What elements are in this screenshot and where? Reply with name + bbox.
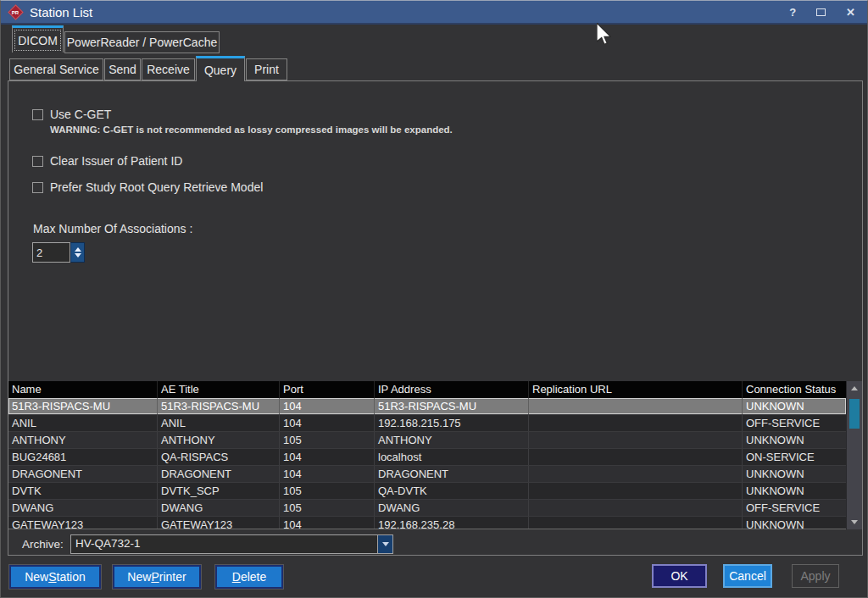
tab-general-service[interactable]: General Service — [9, 58, 103, 80]
cell-replication-url — [529, 500, 743, 516]
cell-port: 105 — [280, 500, 375, 516]
cell-connection-status: ON-SERVICE — [743, 449, 846, 465]
table-row[interactable]: ANTHONY ANTHONY 105 ANTHONY UNKNOWN — [8, 432, 846, 449]
tab-receive-label: Receive — [147, 63, 190, 76]
use-cget-row[interactable]: Use C-GET — [32, 108, 111, 121]
max-associations-input[interactable] — [32, 242, 70, 263]
new-printer-label-mnemonic: P — [151, 570, 159, 584]
delete-label-post: elete — [241, 570, 266, 584]
ok-button[interactable]: OK — [652, 564, 707, 588]
cell-ae-title: 51R3-RISPACS-MU — [158, 398, 280, 414]
cell-name: 51R3-RISPACS-MU — [8, 398, 158, 414]
spinner-down-icon[interactable] — [75, 253, 81, 257]
cell-connection-status: UNKNOWN — [743, 483, 846, 499]
cell-port: 104 — [280, 449, 375, 465]
cell-ae-title: DVTK_SCP — [158, 483, 280, 499]
table-header: Name AE Title Port IP Address Replicatio… — [8, 381, 846, 398]
cell-ae-title: QA-RISPACS — [158, 449, 280, 465]
app-icon-label: PR — [12, 9, 19, 14]
maximize-icon[interactable] — [816, 8, 826, 16]
new-station-label-pre: New — [25, 570, 48, 584]
cell-name: DWANG — [8, 500, 158, 516]
cell-connection-status: UNKNOWN — [743, 517, 846, 529]
scroll-up-icon — [851, 386, 858, 390]
cancel-button[interactable]: Cancel — [723, 564, 772, 588]
cell-ip-address: 51R3-RISPACS-MU — [375, 398, 529, 414]
app-icon: PR — [8, 4, 23, 19]
scroll-down-icon — [851, 520, 858, 524]
column-header-connection-status[interactable]: Connection Status — [743, 381, 846, 398]
table-row[interactable]: ANIL ANIL 104 192.168.215.175 OFF-SERVIC… — [8, 415, 846, 432]
scrollbar-up-button[interactable] — [847, 381, 862, 396]
apply-button[interactable]: Apply — [792, 564, 839, 588]
column-header-name[interactable]: Name — [8, 381, 158, 398]
spinner-up-icon[interactable] — [75, 247, 81, 252]
cell-replication-url — [529, 415, 743, 431]
cell-replication-url — [529, 517, 743, 529]
cell-ae-title: DRAGONENT — [158, 466, 280, 482]
tab-send-label: Send — [108, 63, 136, 76]
archive-dropdown[interactable]: HV-QA732-1 — [70, 534, 393, 554]
new-station-button[interactable]: New Station — [9, 565, 101, 589]
max-associations-spinner[interactable] — [32, 242, 85, 263]
new-station-label-post: tation — [57, 570, 86, 584]
archive-label: Archive: — [22, 538, 64, 551]
tab-print[interactable]: Print — [246, 58, 287, 80]
spinner-buttons[interactable] — [70, 242, 85, 263]
cell-ip-address: ANTHONY — [375, 432, 529, 448]
table-row[interactable]: DVTK DVTK_SCP 105 QA-DVTK UNKNOWN — [8, 483, 846, 500]
table-row[interactable]: DRAGONENT DRAGONENT 104 DRAGONENT UNKNOW… — [8, 466, 846, 483]
cell-connection-status: OFF-SERVICE — [743, 500, 846, 516]
column-header-ae-title[interactable]: AE Title — [158, 381, 280, 398]
close-icon[interactable]: ✕ — [846, 6, 855, 19]
clear-issuer-row[interactable]: Clear Issuer of Patient ID — [32, 154, 182, 168]
tab-dicom[interactable]: DICOM — [12, 25, 64, 53]
use-cget-checkbox[interactable] — [32, 109, 43, 120]
cell-name: BUG24681 — [8, 449, 158, 465]
delete-button[interactable]: Delete — [215, 565, 283, 589]
cell-connection-status: UNKNOWN — [743, 466, 846, 482]
table-row[interactable]: BUG24681 QA-RISPACS 104 localhost ON-SER… — [8, 449, 846, 466]
cget-warning-text: WARNING: C-GET is not recommended as los… — [50, 125, 453, 135]
tab-send[interactable]: Send — [104, 58, 141, 80]
cell-connection-status: UNKNOWN — [743, 432, 846, 448]
new-printer-button[interactable]: New Printer — [113, 565, 201, 589]
cell-name: GATEWAY123 — [8, 517, 158, 529]
title-bar: PR Station List ? ✕ — [1, 1, 867, 25]
table-row[interactable]: 51R3-RISPACS-MU 51R3-RISPACS-MU 104 51R3… — [8, 398, 846, 415]
clear-issuer-checkbox[interactable] — [32, 156, 43, 167]
archive-dropdown-button[interactable] — [377, 535, 392, 553]
cell-replication-url — [529, 432, 743, 448]
cell-ip-address: 192.168.215.175 — [375, 415, 529, 431]
cell-ae-title: ANIL — [158, 415, 280, 431]
table-row[interactable]: DWANG DWANG 105 DWANG OFF-SERVICE — [8, 500, 846, 517]
tab-powerreader-powercache[interactable]: PowerReader / PowerCache — [64, 31, 220, 53]
tab-print-label: Print — [254, 63, 279, 76]
help-icon[interactable]: ? — [789, 6, 796, 19]
prefer-study-root-checkbox[interactable] — [32, 182, 43, 193]
cell-name: ANTHONY — [8, 432, 158, 448]
clear-issuer-label: Clear Issuer of Patient ID — [50, 154, 182, 168]
scrollbar-down-button[interactable] — [847, 515, 862, 529]
prefer-study-root-row[interactable]: Prefer Study Root Query Retrieve Model — [32, 180, 263, 194]
cell-port: 104 — [280, 466, 375, 482]
cell-replication-url — [529, 466, 743, 482]
station-list-window: PR Station List ? ✕ DICOM PowerReader / … — [0, 0, 868, 598]
mouse-cursor — [597, 23, 611, 45]
cell-ip-address: localhost — [375, 449, 529, 465]
table-scrollbar[interactable] — [846, 381, 862, 529]
tab-query[interactable]: Query — [196, 56, 245, 81]
scrollbar-thumb[interactable] — [849, 399, 860, 429]
cell-port: 104 — [280, 398, 375, 414]
table-row[interactable]: GATEWAY123 GATEWAY123 104 192.168.235.28… — [8, 517, 846, 529]
column-header-replication-url[interactable]: Replication URL — [529, 381, 743, 398]
tab-powerreader-label: PowerReader / PowerCache — [67, 36, 217, 49]
column-header-port[interactable]: Port — [280, 381, 375, 398]
cell-replication-url — [529, 398, 743, 414]
delete-label-mnemonic: D — [232, 570, 241, 584]
tab-receive[interactable]: Receive — [142, 58, 195, 80]
column-header-ip-address[interactable]: IP Address — [375, 381, 529, 398]
cell-name: DVTK — [8, 483, 158, 499]
cell-ae-title: DWANG — [158, 500, 280, 516]
cell-ae-title: GATEWAY123 — [158, 517, 280, 529]
